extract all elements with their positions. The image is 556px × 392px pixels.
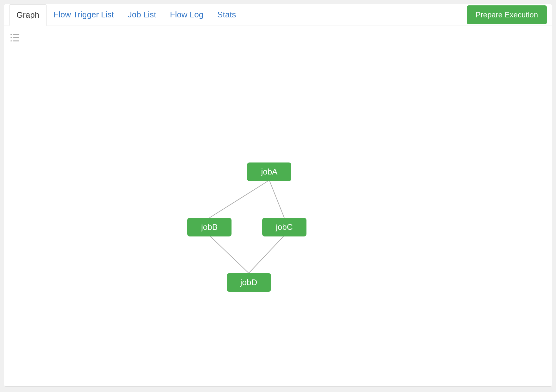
tab-bar: Graph Flow Trigger List Job List Flow Lo…	[4, 4, 552, 26]
svg-line-9	[249, 236, 284, 273]
svg-line-8	[209, 236, 249, 273]
svg-line-7	[269, 180, 284, 218]
node-jobD[interactable]: jobD	[227, 273, 271, 292]
tab-stats[interactable]: Stats	[210, 4, 243, 26]
main-panel: Graph Flow Trigger List Job List Flow Lo…	[4, 4, 552, 387]
node-jobA[interactable]: jobA	[247, 162, 291, 181]
svg-line-6	[209, 180, 269, 218]
tab-flow-trigger-list[interactable]: Flow Trigger List	[46, 4, 121, 26]
graph-edges-svg	[4, 26, 552, 386]
app-container: Graph Flow Trigger List Job List Flow Lo…	[0, 0, 556, 392]
graph-content: jobA jobB jobC jobD	[4, 26, 552, 386]
tab-graph[interactable]: Graph	[9, 4, 46, 26]
tab-job-list[interactable]: Job List	[121, 4, 163, 26]
node-jobB[interactable]: jobB	[187, 218, 232, 236]
tab-flow-log[interactable]: Flow Log	[163, 4, 211, 26]
prepare-execution-button[interactable]: Prepare Execution	[467, 5, 547, 24]
node-jobC[interactable]: jobC	[262, 218, 306, 236]
